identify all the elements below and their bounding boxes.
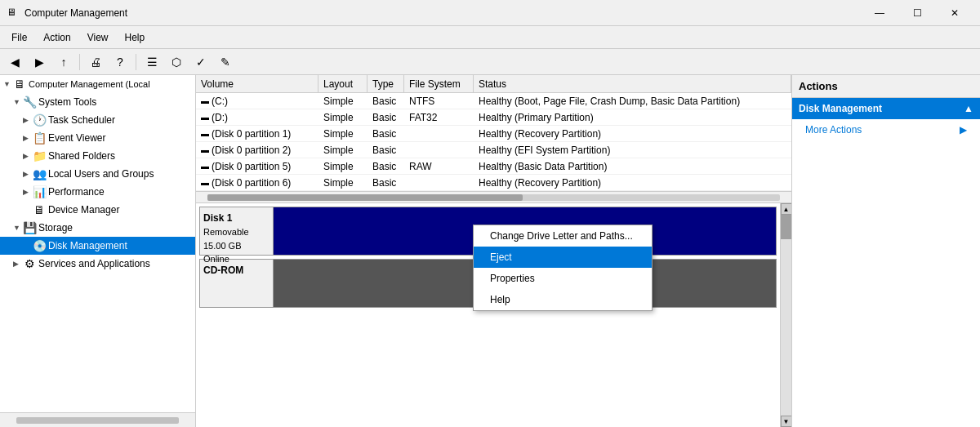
cell-layout: Simple	[318, 95, 368, 108]
table-row[interactable]: ▬ (Disk 0 partition 5) Simple Basic RAW …	[196, 158, 791, 175]
cell-type: Basic	[368, 95, 404, 108]
cell-fs: RAW	[404, 160, 474, 173]
disk-vscroll[interactable]: ▲ ▼	[780, 203, 791, 427]
view-button[interactable]: ☰	[140, 51, 163, 73]
col-type[interactable]: Type	[368, 75, 404, 92]
toolbar-sep-1	[79, 54, 80, 70]
tree-services[interactable]: ▶ ⚙ Services and Applications	[0, 255, 195, 273]
tree-arrow-perf: ▶	[23, 188, 33, 196]
vscroll-track	[781, 215, 792, 416]
tree-shared-folders[interactable]: ▶ 📁 Shared Folders	[0, 147, 195, 165]
disk1-name: Disk 1	[203, 211, 270, 225]
cell-type: Basic	[368, 111, 404, 124]
tree-storage[interactable]: ▼ 💾 Storage	[0, 219, 195, 237]
cell-type: Basic	[368, 127, 404, 140]
tree-performance[interactable]: ▶ 📊 Performance	[0, 183, 195, 201]
cell-type: Basic	[368, 144, 404, 157]
hscroll-track	[207, 194, 780, 201]
shared-folders-icon: 📁	[33, 149, 46, 162]
col-layout[interactable]: Layout	[318, 75, 368, 92]
disk1-type: Removable	[203, 225, 270, 239]
vscroll-up[interactable]: ▲	[781, 203, 792, 215]
cell-volume: ▬ (D:)	[196, 111, 318, 124]
menu-file[interactable]: File	[3, 29, 35, 47]
cell-fs: NTFS	[404, 95, 474, 108]
volume-table: Volume Layout Type File System Status ▬ …	[196, 75, 791, 203]
menu-help[interactable]: Help	[117, 29, 154, 47]
minimize-button[interactable]: —	[861, 0, 898, 26]
tree-arrow-task: ▶	[23, 116, 33, 124]
table-row[interactable]: ▬ (C:) Simple Basic NTFS Healthy (Boot, …	[196, 93, 791, 109]
cell-volume: ▬ (Disk 0 partition 6)	[196, 176, 318, 189]
ctx-properties[interactable]: Properties	[474, 268, 652, 289]
tree-event-viewer[interactable]: ▶ 📋 Event Viewer	[0, 129, 195, 147]
export-button[interactable]: ✎	[214, 51, 237, 73]
col-volume[interactable]: Volume	[196, 75, 318, 92]
tree-storage-label: Storage	[38, 222, 73, 234]
disk1-size: 15.00 GB	[203, 239, 270, 253]
table-row[interactable]: ▬ (Disk 0 partition 1) Simple Basic Heal…	[196, 126, 791, 142]
actions-more-label: More Actions	[805, 124, 862, 136]
menu-view[interactable]: View	[79, 29, 117, 47]
configure-button[interactable]: ✓	[189, 51, 212, 73]
cell-type: Basic	[368, 160, 404, 173]
tree-device-manager[interactable]: ▶ 🖥 Device Manager	[0, 201, 195, 219]
menu-action[interactable]: Action	[35, 29, 78, 47]
local-users-icon: 👥	[33, 167, 46, 180]
show-hide-button[interactable]: 🖨	[84, 51, 107, 73]
title-bar-controls: — ☐ ✕	[861, 0, 973, 26]
cell-volume: ▬ (Disk 0 partition 5)	[196, 160, 318, 173]
cell-layout: Simple	[318, 127, 368, 140]
center-panel: Volume Layout Type File System Status ▬ …	[196, 75, 792, 427]
tree-arrow-users: ▶	[23, 170, 33, 178]
forward-button[interactable]: ▶	[28, 51, 51, 73]
cell-fs	[404, 149, 474, 151]
cell-layout: Simple	[318, 144, 368, 157]
vscroll-thumb	[781, 215, 792, 239]
help-button[interactable]: ?	[109, 51, 131, 73]
col-status[interactable]: Status	[474, 75, 791, 92]
context-menu: Change Drive Letter and Paths... Eject P…	[473, 225, 653, 311]
cdrom-label: CD-ROM	[199, 259, 273, 308]
cell-volume: ▬ (Disk 0 partition 2)	[196, 144, 318, 157]
actions-arrow-icon: ▲	[964, 103, 973, 114]
event-viewer-icon: 📋	[33, 131, 46, 145]
actions-more-arrow-icon: ▶	[960, 124, 967, 136]
cell-status: Healthy (Recovery Partition)	[474, 176, 791, 189]
tree-event-viewer-label: Event Viewer	[48, 132, 105, 144]
device-manager-icon: 🖥	[33, 203, 46, 216]
ctx-eject[interactable]: Eject	[474, 247, 652, 268]
col-filesystem[interactable]: File System	[404, 75, 474, 92]
actions-disk-management[interactable]: Disk Management ▲	[792, 98, 980, 119]
menu-bar: File Action View Help	[0, 26, 980, 49]
tree-task-scheduler[interactable]: ▶ 🕐 Task Scheduler	[0, 111, 195, 129]
disk-area-content: Disk 1 Removable 15.00 GB Online Change …	[196, 203, 780, 427]
table-hscroll[interactable]	[196, 191, 791, 202]
tree-local-users-label: Local Users and Groups	[48, 168, 154, 180]
tree-view: ▼ 🖥 Computer Management (Local ▼ 🔧 Syste…	[0, 75, 195, 412]
disk1-row: Disk 1 Removable 15.00 GB Online Change …	[199, 207, 777, 256]
close-button[interactable]: ✕	[936, 0, 973, 26]
cell-layout: Simple	[318, 111, 368, 124]
tree-system-tools[interactable]: ▼ 🔧 System Tools	[0, 93, 195, 111]
tree-root[interactable]: ▼ 🖥 Computer Management (Local	[0, 75, 195, 93]
up-button[interactable]: ↑	[52, 51, 75, 73]
table-row[interactable]: ▬ (Disk 0 partition 2) Simple Basic Heal…	[196, 142, 791, 158]
table-row[interactable]: ▬ (D:) Simple Basic FAT32 Healthy (Prima…	[196, 109, 791, 126]
actions-more[interactable]: More Actions ▶	[792, 119, 980, 140]
properties-button[interactable]: ⬡	[165, 51, 188, 73]
ctx-help[interactable]: Help	[474, 289, 652, 310]
tree-disk-management-label: Disk Management	[48, 240, 127, 251]
tree-task-scheduler-label: Task Scheduler	[48, 114, 115, 126]
table-row[interactable]: ▬ (Disk 0 partition 6) Simple Basic Heal…	[196, 175, 791, 191]
back-button[interactable]: ◀	[3, 51, 26, 73]
tree-disk-management[interactable]: ▶ 💿 Disk Management	[0, 237, 195, 255]
maximize-button[interactable]: ☐	[898, 0, 936, 26]
toolbar-sep-2	[136, 54, 136, 70]
cell-layout: Simple	[318, 176, 368, 189]
vscroll-down[interactable]: ▼	[781, 416, 792, 427]
tree-local-users[interactable]: ▶ 👥 Local Users and Groups	[0, 165, 195, 183]
disk-area-wrapper: Disk 1 Removable 15.00 GB Online Change …	[196, 203, 791, 427]
left-panel-hscroll[interactable]	[0, 412, 195, 427]
ctx-change-drive[interactable]: Change Drive Letter and Paths...	[474, 225, 652, 247]
